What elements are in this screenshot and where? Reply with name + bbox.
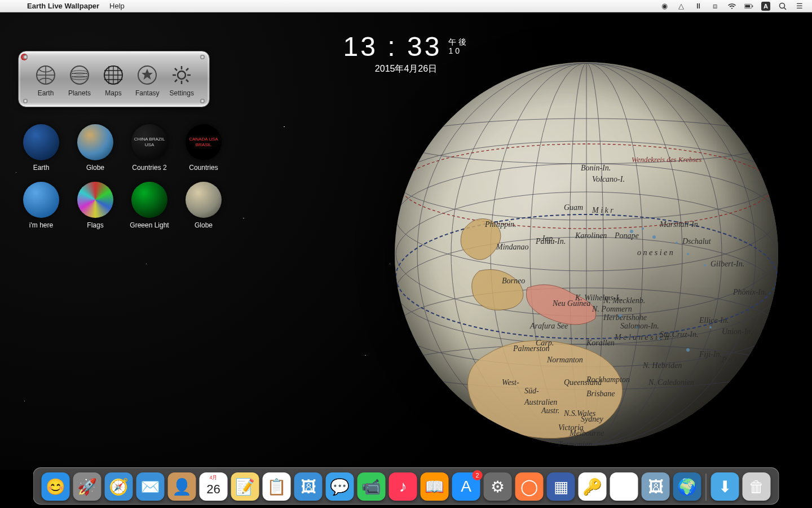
- svg-point-45: [686, 348, 690, 352]
- globe-map-label: Gilbert-In.: [710, 260, 744, 269]
- globe-map-label: Normanton: [547, 356, 583, 365]
- wallpaper-category-panel: Earth Planets Maps Fantasy Settings: [18, 51, 210, 107]
- globe-map-label: Palau-In.: [536, 237, 566, 246]
- clock-suffix-bottom: 10: [448, 47, 469, 55]
- dock-earth-live-wallpaper[interactable]: 🌍: [673, 472, 701, 501]
- svg-line-20: [175, 80, 177, 82]
- globe-map-label: Karolinen: [575, 231, 607, 240]
- svg-point-46: [709, 326, 712, 329]
- wallpaper-earth[interactable]: Earth: [17, 124, 65, 172]
- dock-ibooks[interactable]: 📖: [421, 472, 449, 501]
- grid-globe-icon: [102, 63, 125, 87]
- globe-map-label: Herbertshohe: [603, 313, 647, 322]
- dock-facetime[interactable]: 📹: [358, 472, 386, 501]
- wallpaper-globe[interactable]: Globe: [71, 124, 120, 172]
- main-globe: Wendekreis des Krebses Philippin.Mindana…: [395, 62, 778, 446]
- thumb-icon: [186, 124, 222, 160]
- dock-appstore[interactable]: A2: [452, 472, 480, 501]
- dock-separator: [706, 474, 707, 501]
- globe-map-label: West-: [502, 378, 519, 387]
- globe-map-label: Melbourne: [570, 429, 604, 438]
- globe-map-label: o n e s i e n: [637, 248, 673, 257]
- dock-messages[interactable]: 💬: [326, 472, 354, 501]
- notification-center-icon[interactable]: ☰: [795, 2, 804, 11]
- dock-preview[interactable]: 🖼: [294, 472, 323, 501]
- globe-map-label: Palmerston: [513, 344, 550, 353]
- dock-calendar[interactable]: 4月26: [200, 472, 228, 501]
- globe-status-icon[interactable]: ◉: [660, 2, 669, 11]
- pause-circle-icon[interactable]: ⏸: [694, 2, 703, 11]
- wallpaper-countries-2[interactable]: Countries 2: [125, 124, 174, 172]
- dock-safari[interactable]: 🧭: [105, 472, 133, 501]
- globe-map-label: Union-In.: [722, 327, 753, 336]
- wallpaper-countries[interactable]: Countries: [179, 124, 228, 172]
- dock-trash[interactable]: 🗑: [743, 472, 771, 501]
- category-label: Settings: [170, 89, 194, 97]
- google-drive-icon[interactable]: △: [677, 2, 686, 11]
- globe-map-label: Borneo: [502, 277, 525, 286]
- category-planets[interactable]: Planets: [68, 63, 91, 97]
- spotlight-icon[interactable]: [778, 2, 787, 11]
- globe-tropic-label: Wendekreis des Krebses: [632, 155, 701, 164]
- app-name-menu[interactable]: Earth Live Wallpaper: [27, 2, 99, 10]
- svg-rect-2: [745, 5, 750, 7]
- category-label: Fantasy: [135, 89, 160, 97]
- globe-map-label: Sydney: [581, 415, 603, 424]
- dock-mail[interactable]: ✉️: [136, 472, 165, 501]
- globe-map-label: Arafura See: [530, 322, 568, 331]
- wifi-icon[interactable]: [727, 2, 736, 11]
- svg-point-9: [71, 76, 88, 80]
- dock-app-orange[interactable]: ◯: [515, 472, 544, 501]
- wallpaper-im-here[interactable]: i'm here: [17, 182, 65, 229]
- globe-map-label: Austr.: [541, 406, 559, 415]
- dock-system-preferences[interactable]: ⚙: [484, 472, 512, 501]
- dropbox-icon[interactable]: ⧈: [710, 2, 720, 11]
- globe-map-label: Australien: [524, 398, 557, 407]
- globe-map-label: Salomon-In.: [620, 322, 659, 331]
- dock-downloads[interactable]: ⬇: [711, 472, 739, 501]
- svg-point-12: [178, 71, 186, 79]
- gear-icon: [170, 63, 193, 87]
- help-menu[interactable]: Help: [109, 2, 125, 10]
- globe-map-label: Ellice-In.: [699, 316, 729, 325]
- dock-app-landscape[interactable]: 🖼: [642, 472, 670, 501]
- input-source-icon[interactable]: A: [761, 2, 770, 11]
- category-settings[interactable]: Settings: [170, 63, 194, 97]
- thumb-icon: [131, 124, 167, 160]
- globe-map-label: Mindanao: [496, 243, 529, 252]
- wallpaper-globe-antique[interactable]: Globe: [179, 182, 228, 229]
- dock-app-blue[interactable]: ▦: [547, 472, 575, 501]
- clock-date: 2015年4月26日: [343, 63, 469, 75]
- svg-line-19: [186, 68, 188, 71]
- wallpaper-grid: Earth Globe Countries 2 Countries i'm he…: [17, 124, 228, 229]
- globe-map-label: Volcano-I.: [592, 175, 625, 184]
- dock-contacts[interactable]: 👤: [168, 472, 196, 501]
- clock-time: 13 : 33: [343, 31, 442, 62]
- wallpaper-green-light[interactable]: Greeen Light: [125, 182, 174, 229]
- wallpaper-flags[interactable]: Flags: [71, 182, 120, 229]
- category-label: Planets: [68, 89, 91, 97]
- thumb-icon: [131, 182, 167, 218]
- planet-icon: [68, 63, 91, 87]
- dock-reminders[interactable]: 📋: [263, 472, 291, 501]
- dock-itunes[interactable]: ♪: [389, 472, 417, 501]
- dock-notes[interactable]: 📝: [231, 472, 259, 501]
- globe-map-label: Süd-: [524, 387, 539, 396]
- badge: 2: [473, 470, 483, 480]
- svg-line-4: [784, 7, 787, 10]
- globe-icon: [34, 63, 58, 87]
- apple-menu[interactable]: [8, 2, 17, 11]
- dock-photos[interactable]: ❀: [610, 472, 638, 501]
- category-earth[interactable]: Earth: [34, 63, 58, 97]
- thumb-icon: [23, 124, 59, 160]
- star-circle-icon: [135, 63, 159, 87]
- category-maps[interactable]: Maps: [102, 63, 125, 97]
- dock-launchpad[interactable]: 🚀: [73, 472, 102, 501]
- dock-finder[interactable]: 😊: [42, 472, 70, 501]
- svg-point-37: [642, 227, 644, 230]
- globe-map-label: Marshall-In.: [660, 220, 700, 229]
- category-fantasy[interactable]: Fantasy: [135, 63, 160, 97]
- dock-1password[interactable]: 🔑: [579, 472, 607, 501]
- globe-map-label: Guam: [564, 203, 583, 212]
- battery-icon[interactable]: [744, 2, 753, 11]
